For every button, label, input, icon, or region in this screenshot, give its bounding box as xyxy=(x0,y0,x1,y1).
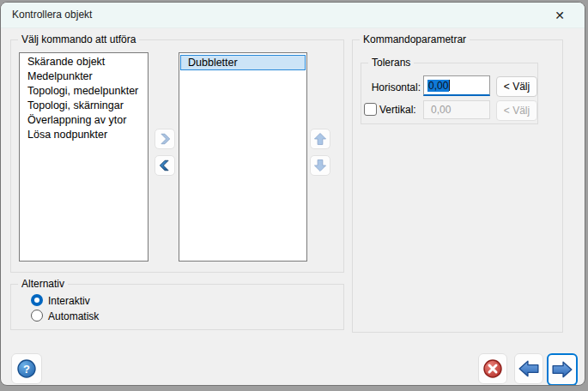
vertical-select-button-label: < Välj xyxy=(504,105,530,117)
list-item[interactable]: Lösa nodpunkter xyxy=(20,128,148,142)
move-right-button[interactable] xyxy=(155,129,175,149)
chevron-right-icon xyxy=(157,131,173,147)
cancel-icon xyxy=(482,358,503,379)
back-arrow-icon xyxy=(518,358,540,379)
titlebar: Kontrollera objekt ✕ xyxy=(1,3,585,28)
list-item[interactable]: Överlappning av ytor xyxy=(20,113,148,128)
list-item-selected[interactable]: Dubbletter xyxy=(180,55,306,70)
window-title: Kontrollera objekt xyxy=(12,3,92,27)
list-item[interactable]: Topologi, medelpunkter xyxy=(20,84,148,99)
selected-commands-listbox[interactable]: Dubbletter xyxy=(179,52,307,262)
radio-interactive[interactable] xyxy=(31,294,43,306)
radio-automatic-label: Automatisk xyxy=(48,310,99,322)
radio-automatic[interactable] xyxy=(31,310,43,322)
vertical-checkbox[interactable] xyxy=(364,103,377,116)
available-commands-listbox[interactable]: Skärande objekt Medelpunkter Topologi, m… xyxy=(19,52,149,262)
radio-interactive-label: Interaktiv xyxy=(48,295,90,307)
list-item[interactable]: Medelpunkter xyxy=(20,69,148,84)
arrow-up-icon xyxy=(312,131,328,147)
move-down-button[interactable] xyxy=(310,155,330,176)
next-button[interactable] xyxy=(547,353,578,386)
close-button[interactable]: ✕ xyxy=(543,3,576,27)
close-icon: ✕ xyxy=(555,9,565,22)
input-disabled-text: 0,00 xyxy=(427,104,451,116)
move-left-button[interactable] xyxy=(155,155,175,176)
options-groupbox: Alternativ xyxy=(10,284,344,330)
parameters-groupbox-label: Kommandoparametrar xyxy=(360,33,470,45)
horizontal-select-button[interactable]: < Välj xyxy=(496,76,537,97)
dialog-kontrollera-objekt: Kontrollera objekt ✕ Välj kommando att u… xyxy=(0,2,585,386)
vertical-label: Vertikal: xyxy=(379,104,416,116)
help-button[interactable]: ? xyxy=(11,353,42,384)
chevron-left-icon xyxy=(157,158,173,173)
arrow-down-icon xyxy=(312,158,328,173)
horizontal-select-button-label: < Välj xyxy=(504,81,530,93)
input-selected-text: 0,00 xyxy=(427,80,449,92)
svg-text:?: ? xyxy=(23,363,30,376)
back-button[interactable] xyxy=(514,353,543,384)
move-up-button[interactable] xyxy=(310,129,330,149)
command-groupbox-label: Välj kommando att utföra xyxy=(18,33,139,45)
horizontal-tolerance-input[interactable]: 0,00 xyxy=(423,75,490,96)
list-item[interactable]: Topologi, skärningar xyxy=(20,99,148,113)
vertical-select-button[interactable]: < Välj xyxy=(496,100,537,121)
text-caret xyxy=(449,80,450,91)
list-item[interactable]: Skärande objekt xyxy=(20,55,148,69)
help-icon: ? xyxy=(16,358,37,379)
vertical-tolerance-input[interactable]: 0,00 xyxy=(423,100,490,119)
horizontal-label: Horisontal: xyxy=(361,81,421,93)
tolerance-groupbox-label: Tolerans xyxy=(368,57,414,69)
cancel-button[interactable] xyxy=(478,353,507,384)
next-arrow-icon xyxy=(551,359,573,380)
options-groupbox-label: Alternativ xyxy=(18,278,68,290)
